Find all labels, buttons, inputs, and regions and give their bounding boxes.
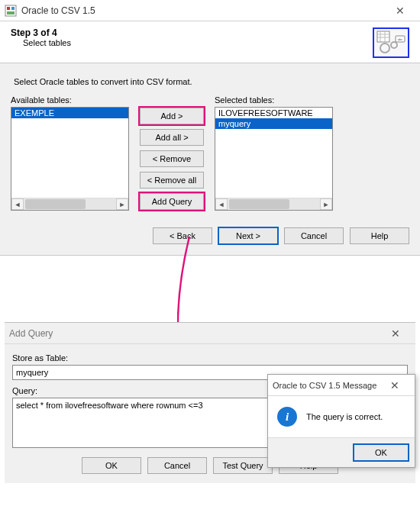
list-item[interactable]: myquery: [215, 118, 332, 129]
step-title: Step 3 of 4: [11, 27, 373, 38]
svg-rect-4: [377, 31, 389, 42]
add-all-button[interactable]: Add all >: [140, 129, 204, 146]
wizard-nav: < Back Next > Cancel Help: [11, 227, 409, 244]
available-listbox[interactable]: EXEMPLE ◄ ►: [11, 107, 129, 211]
store-as-label: Store as Table:: [12, 353, 408, 363]
dialog-title: Add Query: [9, 328, 380, 339]
step-subtitle: Select tables: [23, 38, 373, 47]
msgbox-title: Oracle to CSV 1.5 Message: [273, 381, 380, 390]
close-icon[interactable]: ✕: [380, 327, 411, 340]
main-title-bar: Oracle to CSV 1.5 ✕: [0, 0, 420, 21]
selected-label: Selected tables:: [215, 95, 333, 105]
ok-button[interactable]: OK: [82, 457, 141, 474]
list-item[interactable]: EXEMPLE: [11, 108, 128, 118]
svg-text:abc: abc: [398, 37, 402, 41]
wizard-icon: abc: [373, 27, 409, 58]
ok-button[interactable]: OK: [354, 444, 409, 461]
wizard-header: Step 3 of 4 Select tables abc: [0, 21, 420, 63]
next-button[interactable]: Next >: [218, 227, 278, 244]
add-query-button[interactable]: Add Query: [140, 193, 204, 210]
scrollbar[interactable]: ◄ ►: [11, 198, 128, 210]
app-icon: [5, 5, 17, 17]
info-icon: i: [277, 407, 297, 427]
cancel-button[interactable]: Cancel: [147, 457, 207, 474]
scrollbar[interactable]: ◄ ►: [215, 198, 332, 210]
help-button[interactable]: Help: [350, 227, 409, 244]
back-button[interactable]: < Back: [153, 227, 212, 244]
test-query-button[interactable]: Test Query: [213, 457, 273, 474]
remove-button[interactable]: < Remove: [140, 150, 204, 167]
scroll-left-icon[interactable]: ◄: [11, 198, 24, 210]
add-button[interactable]: Add >: [140, 108, 204, 124]
selected-listbox[interactable]: ILOVEFREESOFTWARE myquery ◄ ►: [215, 107, 333, 211]
scroll-right-icon[interactable]: ►: [116, 198, 128, 210]
wizard-body: Select Oracle tables to convert into CSV…: [0, 63, 420, 256]
msgbox-text: The query is correct.: [306, 412, 383, 421]
cancel-button[interactable]: Cancel: [284, 227, 344, 244]
svg-point-9: [380, 44, 389, 53]
scroll-left-icon[interactable]: ◄: [215, 198, 228, 210]
close-icon[interactable]: ✕: [385, 5, 415, 17]
scroll-right-icon[interactable]: ►: [320, 198, 332, 210]
message-box: Oracle to CSV 1.5 Message ✕ i The query …: [267, 374, 415, 468]
instruction-text: Select Oracle tables to convert into CSV…: [14, 77, 409, 86]
window-title: Oracle to CSV 1.5: [21, 5, 385, 16]
svg-point-10: [391, 42, 397, 48]
available-label: Available tables:: [11, 95, 129, 105]
svg-rect-3: [7, 11, 15, 15]
svg-rect-1: [7, 7, 10, 10]
list-item[interactable]: ILOVEFREESOFTWARE: [215, 108, 332, 118]
remove-all-button[interactable]: < Remove all: [140, 172, 204, 189]
close-icon[interactable]: ✕: [380, 379, 410, 392]
svg-rect-2: [11, 7, 15, 10]
